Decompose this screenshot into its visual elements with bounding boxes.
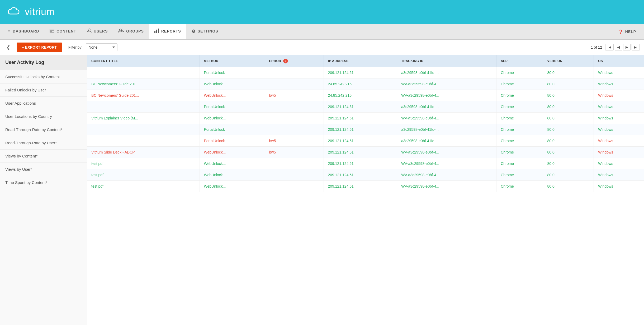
col-os: OS: [594, 55, 644, 67]
col-tracking-id: TRACKING ID: [397, 55, 496, 67]
table-cell: WebUnlock...: [200, 113, 265, 124]
table-cell: WebUnlock...: [200, 90, 265, 101]
table-cell: 80.0: [543, 78, 594, 90]
sidebar-item-successful-unlocks[interactable]: Successful Unlocks by Content: [0, 70, 87, 83]
table-cell: 80.0: [543, 158, 594, 169]
table-row: PortalUnlockbw5209.121.124.61a3c29598-e0…: [87, 135, 644, 147]
table-cell: Vitrium Slide Deck - ADCP: [87, 147, 200, 158]
table-cell: a3c29598-e0bf-41fd-...: [397, 135, 496, 147]
nav-dashboard[interactable]: ≡ DASHBOARD: [3, 24, 44, 39]
table-cell: WV-a3c29598-e0bf-4...: [397, 158, 496, 169]
table-cell: [265, 181, 324, 192]
table-cell: Windows: [594, 113, 644, 124]
sidebar-item-read-through-content[interactable]: Read-Through-Rate by Content*: [0, 123, 87, 136]
table-cell: Chrome: [496, 124, 543, 135]
sidebar-item-views-user[interactable]: Views by User*: [0, 163, 87, 176]
page-next-button[interactable]: ▶: [623, 44, 631, 50]
users-icon: [87, 29, 92, 34]
page-prev-button[interactable]: ◀: [615, 44, 622, 50]
table-cell: bw5: [265, 90, 324, 101]
table-cell: Windows: [594, 78, 644, 90]
table-cell: Vitrium Explainer Video (M...: [87, 113, 200, 124]
table-cell: BC Newcomers' Guide 201...: [87, 90, 200, 101]
svg-point-6: [121, 29, 123, 31]
table-cell: test pdf: [87, 158, 200, 169]
table-cell: Windows: [594, 124, 644, 135]
col-content-title: CONTENT TITLE: [87, 55, 200, 67]
nav-content-label: CONTENT: [56, 29, 76, 33]
nav-dashboard-label: DASHBOARD: [13, 29, 39, 33]
page-last-button[interactable]: ▶|: [632, 44, 640, 50]
table-cell: [87, 101, 200, 113]
nav-users[interactable]: USERS: [82, 24, 113, 39]
table-cell: Windows: [594, 135, 644, 147]
logo-text: vitrium: [25, 6, 55, 17]
table-cell: Chrome: [496, 181, 543, 192]
table-cell: BC Newcomers' Guide 201...: [87, 78, 200, 90]
sidebar-item-user-locations[interactable]: User Locations by Country: [0, 110, 87, 123]
sidebar-item-failed-unlocks[interactable]: Failed Unlocks by User: [0, 83, 87, 97]
sidebar-title: User Activity Log: [0, 55, 87, 70]
nav-groups-label: GROUPS: [126, 29, 144, 33]
nav-help[interactable]: ❓ HELP: [613, 24, 641, 39]
table-cell: WV-a3c29598-e0bf-4...: [397, 169, 496, 181]
nav-settings[interactable]: ⚙ SETTINGS: [186, 24, 224, 39]
sidebar: User Activity Log Successful Unlocks by …: [0, 55, 87, 325]
nav-groups[interactable]: GROUPS: [113, 24, 149, 39]
table-cell: [265, 158, 324, 169]
sidebar-item-time-spent[interactable]: Time Spent by Content*: [0, 176, 87, 189]
error-help-icon[interactable]: ?: [283, 59, 288, 63]
table-row: BC Newcomers' Guide 201...WebUnlock...24…: [87, 78, 644, 90]
table-cell: WV-a3c29598-e0bf-4...: [397, 181, 496, 192]
sidebar-item-user-locations-label: User Locations by Country: [5, 114, 52, 119]
table-cell: Chrome: [496, 135, 543, 147]
table-row: test pdfWebUnlock...209.121.124.61WV-a3c…: [87, 169, 644, 181]
table-cell: 209.121.124.61: [324, 135, 397, 147]
table-cell: a3c29598-e0bf-41fd-...: [397, 101, 496, 113]
collapse-button[interactable]: ❮: [4, 43, 12, 51]
nav-settings-label: SETTINGS: [198, 29, 218, 33]
table-cell: [265, 78, 324, 90]
page-first-button[interactable]: |◀: [605, 44, 613, 50]
table-cell: Chrome: [496, 158, 543, 169]
table-cell: [265, 113, 324, 124]
sidebar-item-views-content[interactable]: Views by Content*: [0, 150, 87, 163]
main-nav: ≡ DASHBOARD CONTENT USERS GROUPS REPORTS…: [0, 24, 644, 40]
table-cell: PortalUnlock: [200, 67, 265, 78]
table-cell: Windows: [594, 101, 644, 113]
filter-select[interactable]: None Error Success: [86, 43, 117, 51]
table-body: PortalUnlock209.121.124.61a3c29598-e0bf-…: [87, 67, 644, 192]
table-cell: Chrome: [496, 169, 543, 181]
table-cell: bw5: [265, 147, 324, 158]
table-cell: Chrome: [496, 90, 543, 101]
table-cell: 209.121.124.61: [324, 101, 397, 113]
table-cell: 80.0: [543, 67, 594, 78]
svg-point-5: [120, 29, 121, 31]
sidebar-item-read-through-content-label: Read-Through-Rate by Content*: [5, 127, 62, 132]
table-cell: 80.0: [543, 169, 594, 181]
table-cell: PortalUnlock: [200, 135, 265, 147]
sidebar-item-user-applications[interactable]: User Applications: [0, 97, 87, 110]
sidebar-item-failed-unlocks-label: Failed Unlocks by User: [5, 88, 46, 92]
export-button[interactable]: + EXPORT REPORT: [17, 43, 62, 52]
nav-reports[interactable]: REPORTS: [149, 24, 186, 39]
table-cell: 209.121.124.61: [324, 181, 397, 192]
nav-content[interactable]: CONTENT: [44, 24, 82, 39]
table-cell: [87, 135, 200, 147]
table-cell: WV-a3c29598-e0bf-4...: [397, 113, 496, 124]
table-cell: a3c29598-e0bf-41fd-...: [397, 67, 496, 78]
col-method: METHOD: [200, 55, 265, 67]
table-cell: [265, 124, 324, 135]
table-cell: Chrome: [496, 101, 543, 113]
sidebar-item-user-applications-label: User Applications: [5, 101, 36, 105]
svg-rect-8: [156, 30, 157, 33]
table-cell: [87, 67, 200, 78]
toolbar: ❮ + EXPORT REPORT Filter by None Error S…: [0, 40, 644, 55]
content-icon: [50, 29, 54, 34]
svg-rect-7: [154, 31, 155, 33]
table-cell: 80.0: [543, 90, 594, 101]
sidebar-item-read-through-user[interactable]: Read-Through-Rate by User*: [0, 136, 87, 150]
groups-icon: [118, 29, 124, 34]
table-cell: 80.0: [543, 113, 594, 124]
table-cell: Chrome: [496, 147, 543, 158]
